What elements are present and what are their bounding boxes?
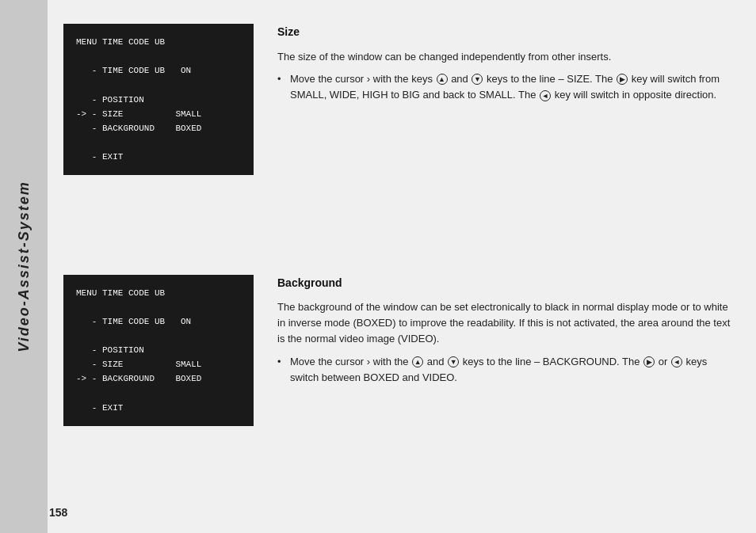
sidebar-label: Video-Assist-System	[16, 181, 32, 352]
key-left-icon: ◄	[540, 90, 551, 101]
key-right2-icon: ▶	[643, 356, 655, 367]
menu-text-background: MENU TIME CODE UB - TIME CODE UB ON - PO…	[76, 286, 241, 415]
size-paragraph: The size of the window can be changed in…	[277, 49, 732, 65]
size-title: Size	[277, 24, 732, 41]
background-paragraph: The background of the window can be set …	[277, 299, 732, 347]
key-down-icon: ▼	[472, 74, 483, 85]
key-left2-icon: ◄	[671, 356, 682, 367]
background-bullet: Move the cursor › with the ▲ and ▼ keys …	[277, 354, 732, 386]
section-background: MENU TIME CODE UB - TIME CODE UB ON - PO…	[63, 267, 732, 518]
key-down2-icon: ▼	[448, 356, 459, 367]
background-title: Background	[277, 275, 732, 292]
key-up2-icon: ▲	[412, 356, 423, 367]
menu-text-size: MENU TIME CODE UB - TIME CODE UB ON - PO…	[76, 35, 241, 164]
menu-box-size: MENU TIME CODE UB - TIME CODE UB ON - PO…	[63, 24, 254, 175]
sidebar: Video-Assist-System	[0, 0, 48, 533]
menu-box-background: MENU TIME CODE UB - TIME CODE UB ON - PO…	[63, 275, 254, 426]
main-content: MENU TIME CODE UB - TIME CODE UB ON - PO…	[48, 0, 756, 533]
key-right-icon: ▶	[617, 74, 628, 85]
size-bullet: Move the cursor › with the keys ▲ and ▼ …	[277, 71, 732, 103]
description-background: Background The background of the window …	[277, 275, 732, 510]
description-size: Size The size of the window can be chang…	[277, 24, 732, 259]
section-size: MENU TIME CODE UB - TIME CODE UB ON - PO…	[63, 16, 732, 267]
key-up-icon: ▲	[437, 74, 448, 85]
page-number: 158	[49, 506, 67, 519]
